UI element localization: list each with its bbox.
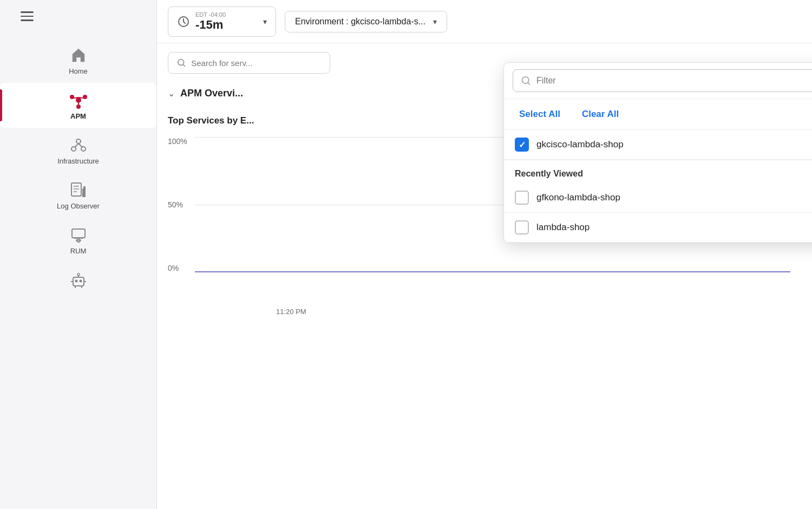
menu-button[interactable] [16, 5, 38, 27]
svg-rect-22 [81, 238, 83, 239]
sidebar-item-log-observer[interactable]: Log Observer [0, 173, 156, 218]
sidebar-item-label-rum: RUM [70, 247, 87, 255]
filter-input-box[interactable] [513, 69, 812, 92]
sidebar-item-label-infrastructure: Infrastructure [57, 157, 99, 165]
svg-point-27 [77, 273, 80, 276]
env-label: Environment : gkcisco-lambda-s... [295, 17, 425, 27]
topbar: EDT -04:00 -15m ▾ Environment : gkcisco-… [157, 0, 812, 43]
svg-point-3 [76, 105, 81, 109]
svg-point-24 [75, 280, 77, 283]
svg-line-36 [183, 64, 185, 66]
environment-selector[interactable]: Environment : gkcisco-lambda-s... ▾ [285, 11, 447, 32]
svg-line-5 [78, 97, 83, 98]
svg-line-38 [528, 82, 529, 84]
filter-input[interactable] [536, 76, 812, 86]
svg-line-4 [74, 97, 78, 98]
time-selector[interactable]: EDT -04:00 -15m ▾ [168, 6, 276, 37]
time-value: -15m [195, 18, 226, 32]
search-icon [177, 58, 186, 68]
env-name-lambda-shop: lambda-shop [536, 222, 590, 233]
infra-icon [69, 135, 88, 155]
sidebar-item-synthetics[interactable] [0, 263, 156, 299]
svg-point-0 [76, 97, 81, 103]
main-content: EDT -04:00 -15m ▾ Environment : gkcisco-… [157, 0, 812, 509]
svg-point-1 [70, 95, 74, 99]
sidebar-item-label-home: Home [69, 67, 88, 75]
svg-point-25 [79, 280, 82, 283]
svg-rect-21 [74, 238, 76, 239]
chart-time-label: 11:20 PM [276, 308, 306, 316]
environment-dropdown: Select All Clear All gkcisco-lambda-shop… [503, 62, 812, 243]
env-item-gkcisco[interactable]: gkcisco-lambda-shop [504, 130, 812, 160]
chart-label-50: 50% [168, 200, 187, 209]
timezone-label: EDT -04:00 [195, 11, 226, 18]
actions-row: Select All Clear All [504, 99, 812, 130]
chart-label-100: 100% [168, 137, 187, 146]
svg-line-10 [75, 143, 78, 147]
rum-icon [69, 225, 88, 245]
env-checkbox-lambda-shop[interactable] [515, 220, 529, 234]
sidebar-item-infrastructure[interactable]: Infrastructure [0, 128, 156, 173]
env-name-gfkono: gfkono-lambda-shop [536, 192, 620, 203]
svg-rect-23 [73, 277, 84, 286]
filter-search-icon [521, 75, 531, 86]
svg-rect-14 [83, 186, 86, 189]
env-name-gkcisco: gkcisco-lambda-shop [536, 139, 624, 150]
clear-all-button[interactable]: Clear All [578, 107, 623, 122]
env-checkbox-gkcisco[interactable] [515, 138, 529, 152]
filter-wrapper [504, 63, 812, 99]
search-input[interactable] [191, 58, 321, 68]
time-label: EDT -04:00 -15m [195, 11, 226, 32]
time-dropdown-arrow: ▾ [263, 17, 267, 26]
svg-rect-12 [71, 183, 81, 196]
log-icon [69, 180, 88, 200]
svg-point-7 [76, 139, 81, 143]
env-checkbox-gfkono[interactable] [515, 191, 529, 205]
clock-icon [177, 15, 190, 28]
sidebar-item-apm[interactable]: APM [0, 83, 156, 128]
env-item-gfkono[interactable]: gfkono-lambda-shop [504, 183, 812, 213]
robot-icon [69, 270, 88, 290]
env-item-lambda-shop[interactable]: lambda-shop [504, 213, 812, 243]
env-dropdown-arrow: ▾ [433, 17, 437, 26]
apm-icon [69, 90, 88, 110]
chevron-icon[interactable]: ⌄ [168, 88, 175, 99]
sidebar-item-home[interactable]: Home [0, 38, 156, 83]
select-all-button[interactable]: Select All [515, 107, 565, 122]
search-box[interactable] [168, 52, 330, 74]
sidebar-item-rum[interactable]: RUM [0, 218, 156, 263]
svg-line-11 [78, 143, 82, 147]
recently-viewed-header: Recently Viewed [504, 160, 812, 183]
svg-line-34 [184, 22, 185, 23]
sidebar: Home APM Infrast [0, 0, 157, 509]
sidebar-item-label-log-observer: Log Observer [57, 202, 100, 210]
section-title: APM Overvi... [180, 88, 243, 99]
svg-rect-18 [72, 229, 85, 238]
chart-label-0: 0% [168, 264, 187, 272]
home-icon [69, 45, 88, 65]
sidebar-item-label-apm: APM [70, 112, 86, 120]
svg-point-2 [83, 95, 87, 99]
svg-rect-13 [82, 188, 86, 197]
